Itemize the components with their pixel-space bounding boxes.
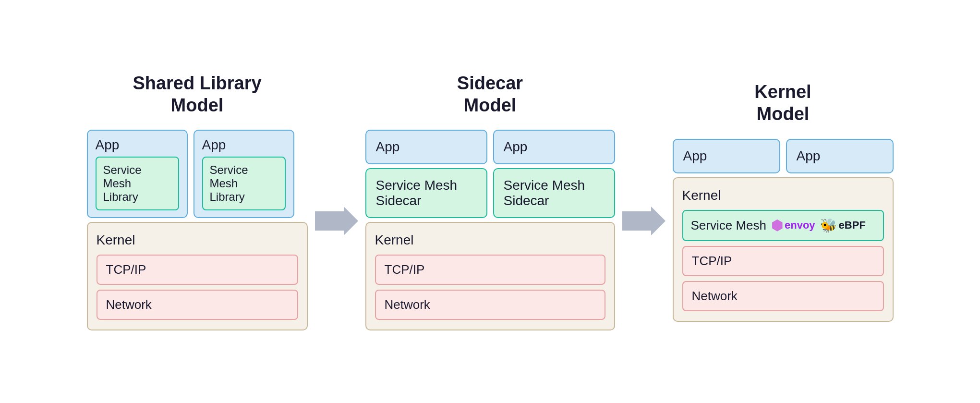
svg-marker-0 bbox=[315, 207, 358, 235]
shared-app-2: App Service Mesh Library bbox=[194, 130, 294, 218]
shared-library-2: Service Mesh Library bbox=[202, 157, 286, 210]
sidecar-box-1: Service Mesh Sidecar bbox=[365, 168, 487, 218]
kernel-model-title: Kernel Model bbox=[754, 81, 811, 125]
kernel-kernel-label: Kernel bbox=[682, 188, 884, 203]
diagram: Shared Library Model App Service Mesh Li… bbox=[10, 73, 970, 330]
kernel-kernel: Kernel Service Mesh ⬢ envoy 🐝 eBPF TCP bbox=[673, 177, 894, 322]
shared-app-1: App Service Mesh Library bbox=[87, 130, 188, 218]
svg-marker-1 bbox=[622, 207, 665, 235]
shared-tcpip: TCP/IP bbox=[97, 255, 298, 285]
arrow-2-icon bbox=[622, 207, 665, 235]
kernel-service-mesh: Service Mesh ⬢ envoy 🐝 eBPF bbox=[682, 210, 884, 241]
kernel-service-mesh-text: Service Mesh bbox=[691, 218, 767, 233]
envoy-logo: ⬢ envoy bbox=[771, 218, 815, 233]
sidecar-box-2: Service Mesh Sidecar bbox=[493, 168, 615, 218]
arrow-2-section bbox=[615, 168, 673, 235]
sidecar-app-2: App bbox=[493, 130, 615, 164]
sidecar-kernel: Kernel TCP/IP Network bbox=[365, 222, 615, 330]
kernel-network: Network bbox=[682, 281, 884, 311]
arrow-1-icon bbox=[315, 207, 358, 235]
shared-app-2-label: App bbox=[202, 137, 286, 153]
sidecar-pair-row: Service Mesh Sidecar Service Mesh Sideca… bbox=[365, 168, 615, 218]
sidecar-body: App App Service Mesh Sidecar Service Mes… bbox=[365, 130, 615, 330]
envoy-hex-icon: ⬢ bbox=[771, 218, 783, 233]
kernel-model-body: App App Kernel Service Mesh ⬢ envoy 🐝 bbox=[673, 139, 894, 322]
shared-library-title: Shared Library Model bbox=[133, 73, 261, 116]
kernel-apps-row: App App bbox=[673, 139, 894, 173]
shared-library-1: Service Mesh Library bbox=[96, 157, 179, 210]
ebpf-bee-icon: 🐝 bbox=[820, 218, 837, 233]
ebpf-label: eBPF bbox=[839, 219, 866, 232]
shared-network: Network bbox=[97, 290, 298, 320]
shared-app-1-label: App bbox=[96, 137, 179, 153]
kernel-model-section: Kernel Model App App Kernel Service Mesh… bbox=[673, 81, 894, 321]
sidecar-tcpip: TCP/IP bbox=[375, 255, 605, 285]
kernel-app-2: App bbox=[786, 139, 894, 173]
sidecar-section: Sidecar Model App App Service Mesh Sidec… bbox=[365, 73, 615, 330]
sidecar-network: Network bbox=[375, 290, 605, 320]
shared-kernel: Kernel TCP/IP Network bbox=[87, 222, 308, 330]
shared-kernel-label: Kernel bbox=[97, 232, 298, 248]
shared-apps-row: App Service Mesh Library App Service Mes… bbox=[87, 130, 308, 218]
sidecar-apps-row: App App bbox=[365, 130, 615, 164]
arrow-1-section bbox=[308, 168, 365, 235]
sidecar-title: Sidecar Model bbox=[457, 73, 523, 116]
shared-library-body: App Service Mesh Library App Service Mes… bbox=[87, 130, 308, 330]
shared-library-section: Shared Library Model App Service Mesh Li… bbox=[87, 73, 308, 330]
envoy-label: envoy bbox=[785, 219, 815, 232]
kernel-tcpip: TCP/IP bbox=[682, 246, 884, 276]
kernel-app-1: App bbox=[673, 139, 780, 173]
sidecar-kernel-label: Kernel bbox=[375, 232, 605, 248]
sidecar-app-1: App bbox=[365, 130, 487, 164]
ebpf-logo: 🐝 eBPF bbox=[820, 218, 866, 233]
